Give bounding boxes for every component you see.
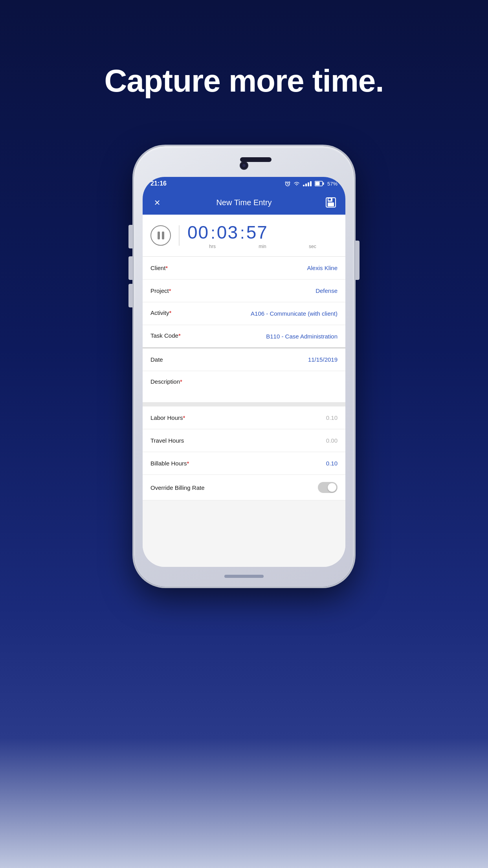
wifi-icon [294,181,300,186]
save-button[interactable] [324,196,338,209]
timer-label-min: min [237,244,287,249]
phone-device: 21:16 [134,146,354,587]
battery-percent: 57% [327,181,338,187]
project-row[interactable]: Project* Defense [143,280,345,302]
header-title: New Time Entry [216,198,272,207]
timer-seconds: 57 [246,222,268,243]
taskcode-label: Task Code* [150,332,181,339]
svg-rect-11 [328,199,331,200]
svg-line-3 [285,182,286,182]
status-bar: 21:16 [143,177,345,190]
speaker [240,157,272,162]
project-value: Defense [316,287,338,294]
billable-value: 0.10 [326,460,338,467]
override-row: Override Billing Rate [143,475,345,500]
activity-value: A106 - Communicate (with client) [251,309,338,318]
signal-icon [303,181,312,186]
client-label: Client* [150,265,168,271]
timer-divider [179,225,180,246]
timer-section: 00 : 03 : 57 hrs min sec [143,215,345,257]
svg-rect-7 [315,182,319,186]
taskcode-row[interactable]: Task Code* B110 - Case Administration [143,325,345,348]
timer-minutes: 03 [217,222,238,243]
status-time: 21:16 [150,180,167,187]
taskcode-value: B110 - Case Administration [266,332,338,340]
phone-shell: 21:16 [134,146,354,587]
labor-value: 0.10 [326,414,338,421]
billable-label: Billable Hours* [150,460,189,467]
timer-label-sec: sec [288,244,338,249]
timer-label-hrs: hrs [187,244,237,249]
timer-hours: 00 [187,222,209,243]
date-row[interactable]: Date 11/15/2019 [143,348,345,371]
alarm-icon [285,181,290,186]
date-label: Date [150,356,163,363]
labor-label: Labor Hours* [150,414,185,421]
save-icon [325,197,336,208]
section-divider [143,403,345,406]
client-value: Alexis Kline [307,265,338,271]
svg-rect-6 [323,182,324,185]
phone-screen: 21:16 [143,177,345,567]
status-icons: 57% [285,181,338,187]
form-body: Client* Alexis Kline Project* Defense Ac… [143,257,345,567]
headline: Capture more time. [104,63,383,99]
description-row[interactable]: Description* [143,371,345,403]
activity-row[interactable]: Activity* A106 - Communicate (with clien… [143,302,345,325]
description-label: Description* [150,378,338,385]
project-label: Project* [150,287,171,294]
travel-hours-row[interactable]: Travel Hours 0.00 [143,429,345,452]
home-indicator [224,575,264,578]
timer-colon-1: : [211,224,215,243]
pause-icon [158,232,164,239]
pause-button[interactable] [150,225,171,246]
override-toggle[interactable] [318,482,338,493]
svg-line-4 [289,182,290,182]
travel-label: Travel Hours [150,437,184,444]
svg-rect-10 [328,202,334,206]
activity-label: Activity* [150,309,171,316]
billable-hours-row[interactable]: Billable Hours* 0.10 [143,452,345,475]
battery-icon [315,181,324,186]
camera [240,161,248,170]
close-button[interactable]: × [150,197,164,209]
svg-line-2 [288,184,288,184]
timer-colon-2: : [240,224,245,243]
app-header: × New Time Entry [143,190,345,215]
client-row[interactable]: Client* Alexis Kline [143,257,345,280]
override-label: Override Billing Rate [150,484,205,491]
timer-display: 00 : 03 : 57 hrs min sec [187,222,338,249]
travel-value: 0.00 [326,437,338,444]
labor-hours-row[interactable]: Labor Hours* 0.10 [143,406,345,429]
date-value: 11/15/2019 [308,356,338,363]
